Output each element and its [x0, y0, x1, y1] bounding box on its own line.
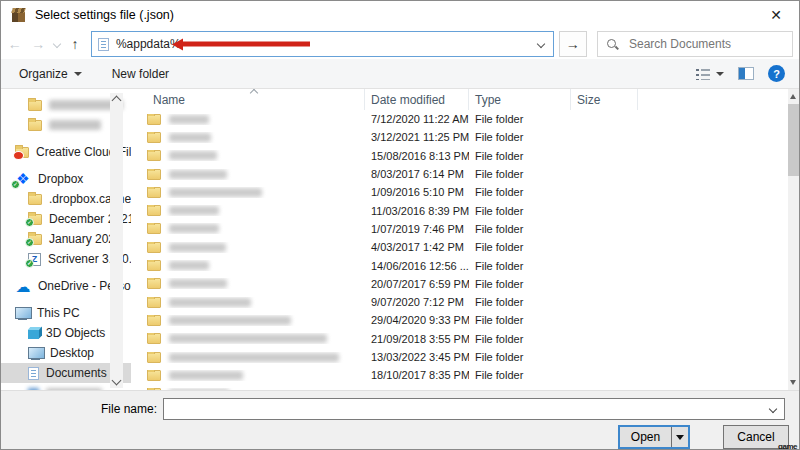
file-row[interactable]: 1/07/2019 7:46 PM File folder: [131, 220, 788, 238]
file-name-label: File name:: [101, 402, 157, 416]
folder-icon: [147, 114, 161, 125]
dropbox-icon: [15, 172, 31, 186]
file-name-input[interactable]: [164, 399, 784, 419]
file-row[interactable]: 29/04/2020 9:33 PM File folder: [131, 311, 788, 329]
file-list-scrollbar[interactable]: [788, 89, 799, 390]
file-date-modified: 9/07/2020 7:12 PM: [365, 296, 469, 308]
folder-icon: [147, 315, 161, 326]
sidebar-item-label: Dropbox: [38, 172, 83, 186]
file-row[interactable]: 20/07/2017 6:59 PM File folder: [131, 275, 788, 293]
back-button[interactable]: ←: [3, 32, 27, 56]
scroll-up-icon[interactable]: [790, 94, 796, 99]
new-folder-label: New folder: [112, 67, 169, 81]
title-bar: Select settings file (.json) ✕: [1, 1, 799, 29]
file-type: File folder: [469, 168, 571, 180]
scroll-down-icon[interactable]: [790, 380, 796, 385]
file-row[interactable]: 18/10/2017 8:35 PM File folder: [131, 366, 788, 384]
recent-locations-dropdown[interactable]: [50, 32, 63, 56]
synced-check-icon: [25, 218, 34, 227]
folder-icon: [28, 234, 42, 245]
folder-icon: [147, 370, 161, 381]
open-dropdown-button[interactable]: [671, 427, 688, 447]
sidebar-item-label: Documents: [46, 366, 107, 380]
redacted-file-name: [169, 261, 209, 270]
file-row[interactable]: 8/03/2017 6:14 PM File folder: [131, 165, 788, 183]
scroll-down-icon[interactable]: [112, 376, 122, 386]
folder-icon: [147, 169, 161, 180]
redacted-file-name: [169, 298, 251, 307]
file-row[interactable]: 9/07/2020 7:12 PM File folder: [131, 293, 788, 311]
file-type: File folder: [469, 333, 571, 345]
column-header-name[interactable]: Name: [131, 89, 365, 110]
size-column-label: Size: [577, 93, 600, 107]
annotation-arrow: [182, 42, 310, 47]
file-type: File folder: [469, 314, 571, 326]
file-row[interactable]: 1/09/2016 5:10 PM File folder: [131, 183, 788, 201]
file-row[interactable]: 3/12/2021 11:25 PM File folder: [131, 128, 788, 146]
main-area: Creative Cloud Fil Dropbox .dropbox.cach…: [1, 89, 799, 390]
folder-icon: [147, 352, 161, 363]
column-header-type[interactable]: Type: [469, 89, 571, 110]
command-toolbar: Organize New folder ?: [1, 59, 799, 89]
chevron-down-icon: [716, 72, 724, 76]
folder-icon: [147, 205, 161, 216]
redacted-file-name: [169, 170, 227, 179]
folder-icon: [147, 223, 161, 234]
change-view-button[interactable]: [696, 68, 724, 80]
redacted-file-name: [169, 334, 327, 343]
file-type: File folder: [469, 241, 571, 253]
folder-icon: [147, 278, 161, 289]
file-row[interactable]: 7/12/2020 11:22 AM File folder: [131, 110, 788, 128]
file-date-modified: 1/07/2019 7:46 PM: [365, 223, 469, 235]
new-folder-button[interactable]: New folder: [112, 67, 169, 81]
redacted-file-name: [169, 371, 243, 380]
file-type: File folder: [469, 369, 571, 381]
folder-icon: [147, 132, 161, 143]
address-dropdown-icon[interactable]: [536, 40, 544, 48]
scroll-up-icon[interactable]: [112, 96, 122, 106]
creative-cloud-icon: [15, 147, 29, 158]
search-icon: [606, 38, 619, 51]
file-type: File folder: [469, 113, 571, 125]
file-date-modified: 14/06/2016 12:56 ...: [365, 260, 469, 272]
folder-icon: [28, 214, 42, 225]
column-header-row: Name Date modified Type Size: [131, 89, 799, 110]
up-button[interactable]: ↑: [63, 32, 87, 56]
documents-icon: [28, 367, 39, 380]
close-button[interactable]: ✕: [759, 3, 793, 27]
search-input[interactable]: [629, 37, 784, 51]
sidebar-scrollbar[interactable]: [110, 93, 123, 388]
file-row[interactable]: 11/03/2016 8:39 PM File folder: [131, 201, 788, 219]
file-row[interactable]: 13/03/2022 3:45 PM File folder: [131, 348, 788, 366]
column-header-size[interactable]: Size: [571, 89, 638, 110]
column-header-date-modified[interactable]: Date modified: [365, 89, 469, 110]
file-row[interactable]: 14/06/2016 12:56 ... File folder: [131, 256, 788, 274]
help-button[interactable]: ?: [768, 65, 785, 82]
date-column-label: Date modified: [371, 93, 445, 107]
organize-menu[interactable]: Organize: [19, 67, 82, 81]
synced-check-icon: [25, 238, 34, 247]
file-row[interactable]: 21/09/2018 3:55 PM File folder: [131, 330, 788, 348]
organize-label: Organize: [19, 67, 68, 81]
redacted-file-name: [169, 151, 217, 160]
redacted-file-name: [169, 353, 339, 362]
scrollbar-thumb[interactable]: [788, 104, 799, 176]
sidebar-item-label: Desktop: [50, 346, 94, 360]
go-button[interactable]: →: [559, 31, 587, 57]
open-split-button: Open: [618, 425, 690, 449]
chevron-down-icon: [676, 435, 684, 440]
redacted-file-name: [169, 206, 219, 215]
preview-pane-button[interactable]: [738, 67, 754, 80]
open-button[interactable]: Open: [620, 427, 671, 447]
file-date-modified: 4/03/2017 1:42 PM: [365, 241, 469, 253]
address-bar[interactable]: %appdata%: [91, 31, 554, 57]
file-row[interactable]: 15/08/2016 8:13 PM File folder: [131, 147, 788, 165]
address-text: %appdata%: [116, 37, 181, 51]
file-row[interactable]: 4/03/2017 1:42 PM File folder: [131, 238, 788, 256]
onedrive-icon: [15, 279, 31, 293]
file-type: File folder: [469, 351, 571, 363]
forward-button[interactable]: →: [27, 32, 51, 56]
file-date-modified: 15/08/2016 8:13 PM: [365, 150, 469, 162]
file-date-modified: 13/03/2022 3:45 PM: [365, 351, 469, 363]
search-box[interactable]: [597, 31, 793, 57]
